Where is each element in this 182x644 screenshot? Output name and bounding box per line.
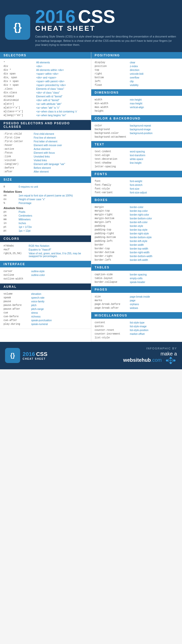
list-item: margin-topborder-top-color: [95, 209, 179, 213]
selectors-section: SELECTORS *All elementsdiv<div>div *All …: [0, 52, 91, 120]
prop-value: border-width: [130, 244, 144, 246]
prop-value: empty-cells: [130, 277, 143, 280]
list-item: cursoroutline-style: [4, 269, 87, 273]
list-item: font-stylefont-size: [95, 187, 179, 191]
right-column: POSITIONING displayclearpositionz-indext…: [91, 52, 182, 342]
prop-key: text-align: [95, 154, 130, 157]
iface-key: outline-width: [4, 277, 31, 280]
left-column: SELECTORS *All elementsdiv<div>div *All …: [0, 52, 91, 342]
list-item: *All elements: [4, 61, 87, 64]
relative-sizes-list: em1em equal to font size of parent (same…: [4, 194, 87, 205]
size-key: pc: [4, 229, 19, 232]
size-zero-key: 0: [4, 185, 19, 188]
list-item: text-decorationwhite-space: [95, 157, 179, 161]
prop-value: word-spacing: [130, 150, 145, 153]
list-item: backgroundbackground-image: [95, 128, 179, 131]
prop-value: <a> when class is a list containing 'x': [36, 110, 87, 113]
positioning-header: POSITIONING: [91, 52, 182, 59]
list-item: outline-width: [4, 277, 87, 281]
prop-key: quotes: [95, 325, 130, 328]
list-item: :first-letterFirst letter of element: [4, 140, 87, 143]
prop-value: Element with mouse over: [34, 144, 87, 147]
prop-value: First child element: [34, 133, 87, 135]
list-item: volumeelevation: [4, 292, 87, 296]
list-item: outlineoutline-color: [4, 273, 87, 277]
size-zero-row: 0 0 requires no unit: [4, 185, 87, 189]
prop-key: margin-top: [95, 210, 130, 212]
fonts-section: FONTS fontfont-weightfont-familyfont-str…: [91, 171, 182, 197]
text-header: TEXT: [91, 141, 182, 148]
prop-value: <div> with id "itemid": [36, 99, 87, 102]
prop-key: margin-right: [95, 213, 130, 216]
prop-key: display: [95, 61, 130, 64]
prop-value: font-size-adjust: [130, 191, 147, 194]
size-desc: Millimeters: [19, 218, 87, 221]
prop-key: padding: [95, 225, 130, 227]
color-background-list: colorbackground-repeatbackgroundbackgrou…: [95, 124, 179, 139]
svg-line-7: [171, 360, 174, 363]
header-year: 2016: [35, 8, 75, 26]
prop-value: border-right-width: [130, 251, 150, 254]
prop-value: marker-offset: [130, 333, 145, 335]
prop-key: padding-left: [95, 240, 130, 243]
list-item: margin-rightborder-right-color: [95, 213, 179, 217]
prop-key: background-color: [95, 132, 130, 135]
prop-key: padding-bottom: [95, 236, 130, 239]
tables-section: TABLES caption-sideborder-spacingtable-l…: [91, 264, 182, 286]
footer-logo-icon: {}: [5, 348, 20, 363]
prop-key: border-top: [95, 247, 130, 250]
prop-value: font-size: [130, 187, 140, 190]
prop-key: border-bottom: [95, 251, 130, 254]
list-item: cuestress: [4, 311, 87, 315]
list-item: height: [95, 109, 179, 113]
text-section: TEXT text-indentword-spacingtext-alignte…: [91, 141, 182, 171]
list-item: displayclear: [95, 61, 179, 64]
svg-line-4: [167, 358, 171, 360]
prop-value: <span> within <div>: [36, 72, 87, 75]
list-item: background-colorbackground-position: [95, 131, 179, 135]
dimensions-section: DIMENSIONS widthmin-heightmin-widthmax-h…: [91, 89, 182, 115]
list-item: #acfEquates to "#aaccff": [4, 248, 87, 252]
prop-value: font-weight: [130, 180, 142, 183]
prop-key: a[attr]: [4, 103, 36, 105]
prop-value: visibility: [130, 84, 139, 87]
text-list: text-indentword-spacingtext-aligntext-tr…: [95, 150, 179, 169]
prop-key: div + span: [4, 84, 36, 87]
aural-desc: richness: [31, 315, 87, 318]
list-item: leftclip: [95, 79, 179, 83]
list-item: pxPixels: [4, 210, 87, 214]
prop-value: list-style-image: [130, 325, 147, 328]
list-item: #itemidElement with id "itemid": [4, 95, 87, 98]
iface-desc: outline-color: [31, 274, 87, 276]
size-header: SIZE: [0, 176, 91, 183]
prop-key: :lang(var): [4, 163, 34, 166]
list-item: pc1pc = 12pt: [4, 229, 87, 233]
footer-brand-pre: make a: [160, 351, 177, 356]
list-item: div<div>: [4, 64, 87, 68]
footer-brand: make a websitehub.com: [123, 351, 177, 364]
prop-key: :after: [4, 170, 34, 173]
aural-desc: speak-punctuation: [31, 319, 87, 322]
prop-value: All elements: [36, 61, 87, 64]
list-item: :hoverElement with mouse over: [4, 143, 87, 147]
list-item: div > span<span> with parent <div>: [4, 79, 87, 83]
absolute-sizes-label: Absolute Sizes: [4, 207, 87, 210]
prop-value: border-style: [130, 225, 143, 227]
prop-value: border-bottom-color: [130, 217, 152, 220]
size-zero-desc: 0 requires no unit: [19, 185, 87, 188]
main-content: SELECTORS *All elementsdiv<div>div *All …: [0, 52, 182, 342]
prop-key: text-indent: [95, 150, 130, 153]
prop-value: Element with id "itemid": [36, 95, 87, 98]
prop-key: :first-letter: [4, 140, 34, 143]
list-item: inInches: [4, 221, 87, 225]
list-item: :linkUnvisited links: [4, 155, 87, 158]
color-key: #789abc: [4, 245, 29, 247]
prop-key: list-style: [95, 336, 130, 339]
header-description: Cascading Style Sheets (CSS) is a style …: [35, 34, 177, 47]
aural-section: AURAL volumeelevationspeakspeech-ratepau…: [0, 284, 91, 329]
list-item: fontfont-weight: [95, 179, 179, 183]
prop-key: :active: [4, 148, 34, 150]
prop-key: div, span: [4, 76, 36, 79]
footer-subtitle: CHEAT SHEET: [23, 357, 48, 360]
prop-value: page-break-inside: [130, 295, 150, 298]
